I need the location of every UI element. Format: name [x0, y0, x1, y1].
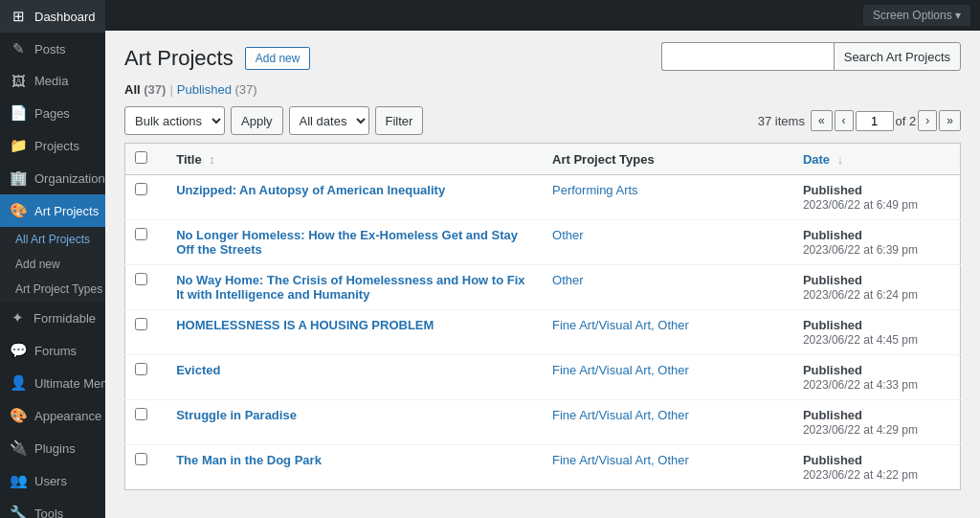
row-type-link[interactable]: Other [552, 228, 584, 242]
row-title-cell: Evicted [167, 355, 543, 400]
row-checkbox[interactable] [135, 408, 147, 420]
page-title: Art Projects [124, 46, 234, 71]
formidable-icon: ✦ [10, 309, 26, 327]
row-types-cell: Fine Art/Visual Art, Other [543, 445, 793, 490]
sidebar-item-tools[interactable]: 🔧 Tools [0, 497, 105, 518]
row-types-cell: Fine Art/Visual Art, Other [543, 355, 793, 400]
page-of-label: of 2 [896, 114, 917, 128]
sidebar-item-dashboard[interactable]: ⊞ Dashboard [0, 0, 105, 33]
all-filter-link[interactable]: All (37) [124, 82, 166, 97]
row-type-link[interactable]: Fine Art/Visual Art, Other [552, 363, 689, 377]
row-date-status: Published [803, 408, 862, 422]
appearance-icon: 🎨 [10, 407, 27, 424]
row-checkbox[interactable] [135, 363, 147, 375]
sidebar-item-organizations[interactable]: 🏢 Organizations [0, 162, 105, 194]
row-types-cell: Performing Arts [543, 175, 793, 220]
sidebar-item-plugins[interactable]: 🔌 Plugins [0, 432, 105, 464]
sidebar-item-posts[interactable]: ✎ Posts [0, 33, 105, 65]
table-row: No Way Home: The Crisis of Homelessness … [125, 265, 961, 310]
sidebar-item-add-new-sub[interactable]: Add new [0, 252, 105, 277]
sidebar-item-formidable[interactable]: ✦ Formidable [0, 302, 105, 334]
table-row: HOMELESSNESS IS A HOUSING PROBLEM Fine A… [125, 310, 961, 355]
last-page-button[interactable]: » [939, 110, 961, 131]
screen-options-button[interactable]: Screen Options ▾ [863, 5, 970, 26]
row-type-link[interactable]: Other [552, 273, 584, 287]
search-button[interactable]: Search Art Projects [834, 42, 961, 71]
row-title-link[interactable]: No Longer Homeless: How the Ex-Homeless … [176, 228, 518, 257]
row-date-cell: Published 2023/06/22 at 6:24 pm [793, 265, 961, 310]
title-header[interactable]: Title ↕ [167, 144, 543, 175]
plugins-icon: 🔌 [10, 439, 27, 457]
row-type-link[interactable]: Fine Art/Visual Art, Other [552, 318, 689, 332]
row-types-cell: Other [543, 265, 793, 310]
sidebar-item-art-project-types[interactable]: Art Project Types [0, 277, 105, 302]
pagination: « ‹ of 2 › » [811, 110, 961, 131]
types-header: Art Project Types [543, 144, 793, 175]
sidebar-item-ultimate-member[interactable]: 👤 Ultimate Member [0, 367, 105, 399]
tablenav-left: Bulk actions Apply All dates Filter [124, 106, 423, 135]
sidebar-item-all-art-projects[interactable]: All Art Projects [0, 227, 105, 252]
row-date-value: 2023/06/22 at 4:45 pm [803, 333, 918, 347]
row-title-link[interactable]: The Man in the Dog Park [176, 453, 322, 467]
organizations-icon: 🏢 [10, 169, 27, 187]
row-type-link[interactable]: Performing Arts [552, 183, 638, 197]
app-layout: ⊞ Dashboard ✎ Posts 🖼 Media 📄 Pages 📁 Pr… [0, 0, 980, 518]
media-icon: 🖼 [10, 73, 27, 89]
next-page-button[interactable]: › [918, 110, 937, 131]
prev-page-button[interactable]: ‹ [835, 110, 854, 131]
row-title-link[interactable]: Struggle in Paradise [176, 408, 297, 422]
row-date-status: Published [803, 318, 862, 332]
apply-button[interactable]: Apply [231, 106, 283, 135]
first-page-button[interactable]: « [811, 110, 833, 131]
row-date-value: 2023/06/22 at 6:49 pm [803, 198, 918, 212]
add-new-button[interactable]: Add new [245, 47, 311, 70]
forums-icon: 💬 [10, 342, 27, 359]
row-title-link[interactable]: HOMELESSNESS IS A HOUSING PROBLEM [176, 318, 434, 332]
tablenav-right: 37 items « ‹ of 2 › » [758, 110, 961, 131]
search-input[interactable] [661, 42, 834, 71]
sidebar-item-appearance[interactable]: 🎨 Appearance [0, 399, 105, 432]
row-title-link[interactable]: Unzipped: An Autopsy of American Inequal… [176, 183, 445, 197]
filter-button[interactable]: Filter [375, 106, 424, 135]
row-date-status: Published [803, 183, 862, 197]
date-filter-select[interactable]: All dates [289, 106, 369, 135]
row-type-link[interactable]: Fine Art/Visual Art, Other [552, 408, 689, 422]
projects-icon: 📁 [10, 137, 27, 154]
row-date-value: 2023/06/22 at 6:39 pm [803, 243, 918, 257]
row-date-status: Published [803, 273, 862, 287]
bulk-actions-select[interactable]: Bulk actions [124, 106, 225, 135]
row-title-link[interactable]: Evicted [176, 363, 220, 377]
row-types-cell: Other [543, 220, 793, 265]
row-checkbox[interactable] [135, 183, 147, 195]
page-number-input[interactable] [856, 111, 894, 131]
row-title-cell: Struggle in Paradise [167, 400, 543, 445]
table-row: Unzipped: An Autopsy of American Inequal… [125, 175, 961, 220]
row-title-cell: Unzipped: An Autopsy of American Inequal… [167, 175, 543, 220]
published-filter-link[interactable]: Published (37) [177, 82, 257, 97]
sidebar-item-projects[interactable]: 📁 Projects [0, 129, 105, 162]
sidebar-item-art-projects[interactable]: 🎨 Art Projects [0, 194, 105, 227]
sidebar-item-forums[interactable]: 💬 Forums [0, 334, 105, 367]
table-row: Evicted Fine Art/Visual Art, Other Publi… [125, 355, 961, 400]
date-header[interactable]: Date ↓ [793, 144, 961, 175]
sidebar-item-pages[interactable]: 📄 Pages [0, 97, 105, 129]
dashboard-icon: ⊞ [10, 8, 27, 25]
posts-icon: ✎ [10, 40, 27, 57]
row-title-cell: No Way Home: The Crisis of Homelessness … [167, 265, 543, 310]
row-date-cell: Published 2023/06/22 at 4:33 pm [793, 355, 961, 400]
sidebar-item-users[interactable]: 👥 Users [0, 464, 105, 497]
row-types-cell: Fine Art/Visual Art, Other [543, 310, 793, 355]
row-checkbox[interactable] [135, 273, 147, 285]
row-checkbox[interactable] [135, 453, 147, 465]
row-checkbox[interactable] [135, 318, 147, 330]
row-types-cell: Fine Art/Visual Art, Other [543, 400, 793, 445]
row-checkbox[interactable] [135, 228, 147, 240]
row-checkbox-cell [125, 175, 167, 220]
sidebar-item-media[interactable]: 🖼 Media [0, 65, 105, 97]
row-date-cell: Published 2023/06/22 at 4:22 pm [793, 445, 961, 490]
row-checkbox-cell [125, 220, 167, 265]
select-all-checkbox[interactable] [135, 151, 147, 164]
row-type-link[interactable]: Fine Art/Visual Art, Other [552, 453, 689, 467]
row-title-link[interactable]: No Way Home: The Crisis of Homelessness … [176, 273, 524, 302]
row-title-cell: HOMELESSNESS IS A HOUSING PROBLEM [167, 310, 543, 355]
